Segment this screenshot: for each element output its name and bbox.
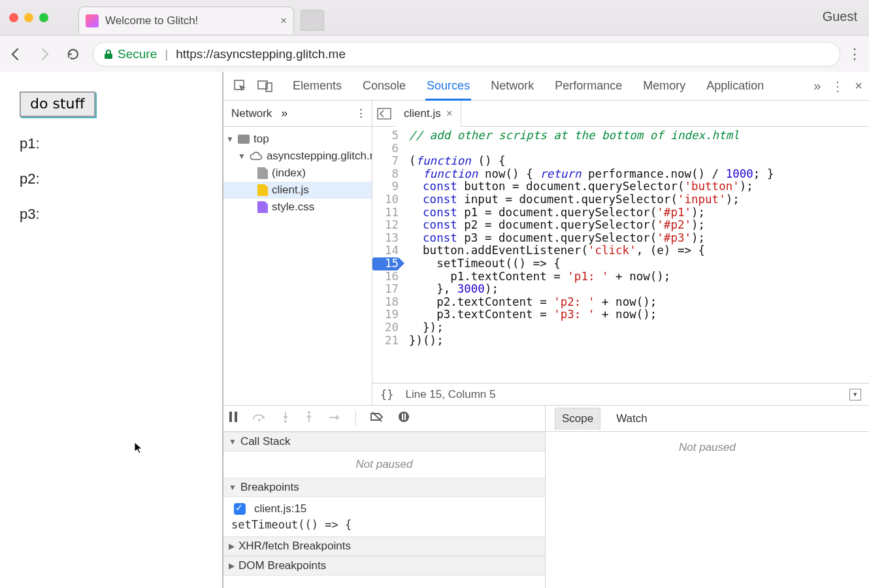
pause-on-exceptions-icon[interactable] <box>398 411 410 426</box>
lock-icon <box>104 49 113 59</box>
title-bar: Welcome to Glitch! × Guest <box>0 0 869 35</box>
profile-label[interactable]: Guest <box>823 9 857 24</box>
do-stuff-button[interactable]: do stuff <box>20 91 95 117</box>
callstack-not-paused: Not paused <box>223 451 545 478</box>
code-editor: client.js × 5678910111213141516171819202… <box>372 101 869 405</box>
p3-label: p3: <box>20 206 203 223</box>
breakpoint-code: setTimeout(() => { <box>223 518 545 536</box>
debugger-left: ▼Call Stack Not paused ▼Breakpoints clie… <box>223 406 546 588</box>
breakpoint-checkbox[interactable] <box>234 503 246 515</box>
dom-breakpoints-header[interactable]: ▶DOM Breakpoints <box>223 556 545 576</box>
editor-tab-clientjs[interactable]: client.js × <box>396 101 461 127</box>
tree-file[interactable]: style.css <box>223 199 372 216</box>
mouse-cursor-icon <box>134 442 143 458</box>
callstack-header[interactable]: ▼Call Stack <box>223 432 545 451</box>
tab-title: Welcome to Glitch! <box>105 14 274 27</box>
pretty-print-icon[interactable]: {} <box>380 388 393 401</box>
new-tab-button[interactable] <box>301 10 324 31</box>
step-out-icon <box>304 411 314 426</box>
p1-label: p1: <box>20 135 203 152</box>
navigator-header: Network » ⋮ <box>223 101 372 127</box>
deactivate-breakpoints-icon[interactable] <box>370 412 384 425</box>
navigator-overflow-icon[interactable]: » <box>281 106 287 120</box>
address-bar[interactable]: Secure | https://asyncstepping.glitch.me <box>93 42 840 67</box>
svg-rect-5 <box>229 412 232 422</box>
debugger-controls <box>223 406 545 432</box>
minimize-window-icon[interactable] <box>24 13 33 22</box>
tree-file[interactable]: client.js <box>223 182 372 199</box>
line-gutter[interactable]: 56789101112131415161718192021 <box>372 127 402 383</box>
breakpoint-label: client.js:15 <box>254 502 306 515</box>
scope-not-paused: Not paused <box>546 432 869 588</box>
sources-panel: Network » ⋮ ▼top ▼asyncstepping.glitch.m… <box>223 101 869 588</box>
browser-menu-icon[interactable]: ⋮ <box>840 46 869 63</box>
devtools-tab-console[interactable]: Console <box>361 73 407 100</box>
devtools-tab-network[interactable]: Network <box>489 73 535 100</box>
devtools-tab-sources[interactable]: Sources <box>425 73 471 101</box>
step-over-icon <box>252 412 267 425</box>
devtools-tabs: ElementsConsoleSourcesNetworkPerformance… <box>291 73 765 100</box>
editor-tabstrip: client.js × <box>372 101 869 127</box>
p2-label: p2: <box>20 171 203 188</box>
tree-file[interactable]: (index) <box>223 165 372 182</box>
code-area[interactable]: 56789101112131415161718192021 // add oth… <box>372 127 869 383</box>
close-devtools-icon[interactable]: × <box>855 78 862 93</box>
favicon-icon <box>86 14 99 27</box>
svg-point-9 <box>308 411 310 414</box>
scope-tab[interactable]: Scope <box>555 408 600 430</box>
devtools-tab-performance[interactable]: Performance <box>553 73 623 100</box>
watch-tab[interactable]: Watch <box>616 412 648 425</box>
maximize-window-icon[interactable] <box>39 13 48 22</box>
sources-navigator: Network » ⋮ ▼top ▼asyncstepping.glitch.m… <box>223 101 372 405</box>
debugger-pane: ▼Call Stack Not paused ▼Breakpoints clie… <box>223 405 869 588</box>
step-into-icon <box>281 411 290 426</box>
file-icon <box>257 201 268 213</box>
navigator-toggle-icon[interactable] <box>372 108 396 119</box>
rendered-page: do stuff p1: p2: p3: <box>0 72 223 588</box>
browser-toolbar: Secure | https://asyncstepping.glitch.me… <box>0 35 869 72</box>
code-content[interactable]: // add other scripts at the bottom of in… <box>402 127 869 383</box>
devtools-menu-icon[interactable]: ⋮ <box>831 78 844 94</box>
browser-tab[interactable]: Welcome to Glitch! × <box>78 7 294 34</box>
svg-point-7 <box>258 419 261 421</box>
devtools-tab-memory[interactable]: Memory <box>642 73 687 100</box>
xhr-breakpoints-header[interactable]: ▶XHR/fetch Breakpoints <box>223 536 545 556</box>
svg-rect-0 <box>105 54 112 59</box>
svg-rect-6 <box>235 412 237 422</box>
device-toolbar-icon[interactable] <box>255 76 276 97</box>
breakpoint-item[interactable]: client.js:15 <box>223 497 545 518</box>
navigator-menu-icon[interactable]: ⋮ <box>355 106 367 120</box>
devtools-tab-application[interactable]: Application <box>705 73 765 100</box>
file-icon <box>257 167 268 179</box>
navigator-tab-network[interactable]: Network <box>231 107 272 120</box>
toggle-sidebar-icon[interactable]: ▾ <box>849 389 861 400</box>
tree-domain[interactable]: ▼asyncstepping.glitch.me <box>223 148 372 165</box>
pause-icon[interactable] <box>229 412 238 425</box>
main-area: do stuff p1: p2: p3: ElementsConsoleSour… <box>0 72 869 588</box>
breakpoints-header[interactable]: ▼Breakpoints <box>223 478 545 497</box>
file-tree: ▼top ▼asyncstepping.glitch.me (index)cli… <box>223 127 372 220</box>
tree-root[interactable]: ▼top <box>223 131 372 148</box>
file-icon <box>257 184 268 196</box>
back-button[interactable] <box>3 41 29 67</box>
window-controls <box>9 13 48 22</box>
close-file-icon[interactable]: × <box>446 107 453 120</box>
secure-label: Secure <box>118 47 157 61</box>
folder-icon <box>238 135 250 144</box>
reload-button[interactable] <box>60 41 86 67</box>
forward-button <box>31 41 57 67</box>
step-icon <box>328 412 341 425</box>
svg-point-8 <box>284 420 287 423</box>
editor-status-bar: {} Line 15, Column 5 ▾ <box>372 383 869 405</box>
overflow-tabs-icon[interactable]: » <box>813 78 821 93</box>
cloud-icon <box>250 152 263 161</box>
browser-chrome: Welcome to Glitch! × Guest Secure | http… <box>0 0 869 72</box>
devtools-top-bar: ElementsConsoleSourcesNetworkPerformance… <box>223 72 869 101</box>
inspect-element-icon[interactable] <box>230 76 251 97</box>
url-text: https://asyncstepping.glitch.me <box>176 47 346 61</box>
close-tab-icon[interactable]: × <box>280 14 287 27</box>
close-window-icon[interactable] <box>9 13 18 22</box>
svg-rect-13 <box>404 414 406 420</box>
cursor-position: Line 15, Column 5 <box>405 388 495 401</box>
devtools-tab-elements[interactable]: Elements <box>291 73 343 100</box>
